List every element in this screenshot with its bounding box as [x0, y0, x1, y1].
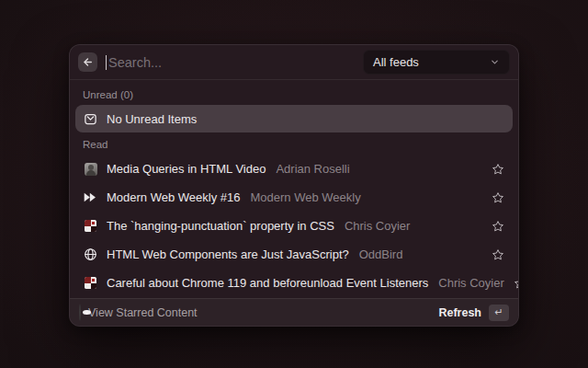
item-title: Media Queries in HTML Video — [107, 162, 266, 176]
item-title: Modern Web Weekly #16 — [107, 190, 240, 204]
no-unread-row[interactable]: No Unread Items — [75, 105, 513, 132]
palette-footer: View Starred Content Refresh ↵ — [70, 298, 518, 326]
section-read: Read — [75, 132, 513, 155]
back-button[interactable] — [78, 52, 97, 72]
results-list: Unread (0) No Unread Items Read Media Qu… — [70, 80, 518, 298]
item-title: Careful about Chrome 119 and beforeunloa… — [107, 276, 428, 290]
enter-key-badge: ↵ — [489, 305, 509, 321]
item-source: Chris Coyier — [438, 276, 504, 290]
list-item[interactable]: Careful about Chrome 119 and beforeunloa… — [75, 269, 513, 297]
feed-filter-dropdown[interactable]: All feeds — [363, 50, 510, 75]
feed-search-palette: All feeds Unread (0) No Unread Items Rea… — [69, 44, 519, 327]
chevron-down-icon — [490, 57, 500, 67]
star-icon[interactable] — [492, 248, 504, 261]
feed-app-logo-icon — [79, 305, 81, 321]
section-unread: Unread (0) — [75, 83, 513, 105]
fast-forward-icon — [84, 191, 97, 203]
arrow-left-icon — [82, 56, 94, 68]
inbox-icon — [84, 112, 97, 126]
star-icon[interactable] — [492, 220, 504, 233]
star-icon[interactable] — [492, 191, 504, 204]
item-source: Chris Coyier — [345, 219, 411, 233]
list-item[interactable]: Media Queries in HTML Video Adrian Rosel… — [75, 155, 513, 183]
view-starred-button[interactable]: View Starred Content — [88, 306, 198, 319]
globe-icon — [84, 247, 97, 261]
item-source: Modern Web Weekly — [250, 190, 360, 204]
css-tricks-favicon-icon — [84, 277, 97, 289]
search-header: All feeds — [70, 45, 518, 80]
item-title: The `hanging-punctuation` property in CS… — [107, 219, 334, 233]
author-avatar-icon — [84, 163, 97, 176]
search-input[interactable] — [107, 55, 355, 70]
feed-filter-value: All feeds — [373, 55, 419, 69]
list-item[interactable]: HTML Web Components are Just JavaScript?… — [75, 240, 513, 269]
no-unread-label: No Unread Items — [107, 112, 197, 126]
star-icon[interactable] — [514, 277, 519, 290]
item-source: Adrian Roselli — [276, 162, 349, 176]
list-item[interactable]: Modern Web Weekly #16 Modern Web Weekly — [75, 183, 513, 212]
refresh-button[interactable]: Refresh — [438, 306, 481, 319]
item-title: HTML Web Components are Just JavaScript? — [107, 247, 349, 261]
item-source: OddBird — [359, 247, 403, 261]
list-item[interactable]: The `hanging-punctuation` property in CS… — [75, 212, 513, 240]
css-tricks-favicon-icon — [84, 220, 97, 232]
star-icon[interactable] — [492, 163, 504, 176]
